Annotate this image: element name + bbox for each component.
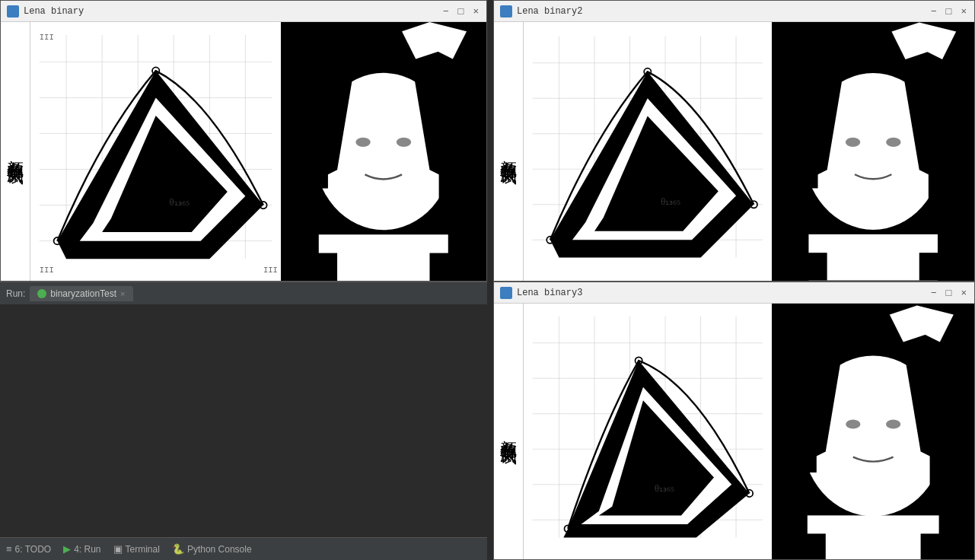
ide-tab-binaryzation[interactable]: binaryzationTest × <box>30 286 132 301</box>
lena-binary3-graph-svg: θ₁₃₆₅ <box>524 304 772 559</box>
lena-binary3-graph-panel: θ₁₃₆₅ <box>524 304 772 559</box>
terminal-label: Terminal <box>126 544 160 555</box>
lena-binary1-minimize[interactable]: − <box>441 6 451 16</box>
lena-binary1-maximize[interactable]: □ <box>457 6 466 16</box>
lena-binary1-title-area: Lena binary <box>7 5 84 18</box>
lena-binary2-chinese-label: 颜色有关测试 <box>494 22 524 281</box>
lena-binary3-portrait-panel <box>772 304 974 559</box>
ide-tab-python-icon <box>37 289 46 298</box>
todo-icon: ≡ <box>6 543 12 555</box>
lena-binary3-icon <box>500 287 512 299</box>
terminal-status[interactable]: ▣ Terminal <box>113 543 160 555</box>
ide-tab-name: binaryzationTest <box>50 288 116 299</box>
svg-rect-102 <box>807 515 938 559</box>
svg-point-30 <box>356 138 371 147</box>
lena-binary3-window: Lena binary3 − □ × 颜色有关测试 <box>493 282 975 560</box>
lena-binary2-maximize[interactable]: □ <box>945 6 954 16</box>
ide-toolbar: Run: binaryzationTest × <box>0 282 487 304</box>
svg-text:III: III <box>40 33 54 42</box>
svg-point-99 <box>886 419 900 428</box>
lena-binary1-controls: − □ × <box>441 6 480 16</box>
lena-binary2-titlebar: Lena binary2 − □ × <box>494 1 974 22</box>
lena-binary1-window: Lena binary − □ × 颜色有关测试 <box>0 0 487 282</box>
lena-binary3-portrait-svg <box>772 304 974 559</box>
lena-binary2-portrait-panel <box>772 22 974 281</box>
lena-binary1-title: Lena binary <box>24 6 84 17</box>
lena-binary2-portrait-svg <box>772 22 974 281</box>
lena-binary2-icon <box>500 5 512 18</box>
lena-binary2-minimize[interactable]: − <box>929 6 938 16</box>
ide-panel: Run: binaryzationTest × ↺ ▲ ■ ▼ ≡ ⇓ 📌 🖨 … <box>0 282 487 560</box>
todo-label: 6: TODO <box>15 544 52 555</box>
svg-rect-70 <box>919 253 974 280</box>
lena-binary2-close[interactable]: × <box>959 6 968 16</box>
lena-binary1-portrait-panel <box>281 22 486 281</box>
lena-binary3-title-area: Lena binary3 <box>500 287 582 299</box>
lena-binary3-content: 颜色有关测试 <box>494 304 974 559</box>
svg-point-64 <box>845 138 859 147</box>
lena-binary1-icon <box>7 5 19 18</box>
lena-binary3-controls: − □ × <box>929 288 968 298</box>
svg-text:θ₁₃₆₅: θ₁₃₆₅ <box>169 196 189 208</box>
run-status[interactable]: ▶ 4: Run <box>63 543 100 555</box>
lena-binary3-title: Lena binary3 <box>517 288 582 298</box>
svg-text:III: III <box>263 266 278 275</box>
lena-binary1-graph-panel: θ₁₃₆₅ III III III <box>30 22 281 281</box>
svg-rect-103 <box>773 533 826 559</box>
lena-binary2-content: 颜色有关测试 <box>494 22 974 281</box>
lena-binary3-titlebar: Lena binary3 − □ × <box>494 282 974 304</box>
svg-rect-104 <box>920 533 973 559</box>
svg-rect-36 <box>430 253 486 281</box>
ide-run-label: Run: <box>6 288 25 299</box>
svg-text:θ₁₃₆₅: θ₁₃₆₅ <box>655 483 674 494</box>
lena-binary2-graph-svg: θ₁₃₆₅ <box>524 22 772 281</box>
svg-rect-35 <box>282 253 338 281</box>
lena-binary1-close[interactable]: × <box>471 6 480 16</box>
lena-binary1-portrait-svg <box>281 22 486 281</box>
lena-binary2-title-area: Lena binary2 <box>500 5 582 18</box>
svg-rect-34 <box>319 234 448 281</box>
terminal-icon: ▣ <box>113 543 123 555</box>
svg-rect-69 <box>772 253 827 280</box>
svg-point-65 <box>886 138 900 147</box>
lena-binary2-controls: − □ × <box>929 6 968 16</box>
lena-binary2-graph-panel: θ₁₃₆₅ <box>524 22 772 281</box>
lena-binary3-minimize[interactable]: − <box>929 288 938 298</box>
lena-binary3-maximize[interactable]: □ <box>945 288 954 298</box>
lena-binary2-window: Lena binary2 − □ × 颜色有关测试 <box>493 0 975 282</box>
svg-point-98 <box>846 419 860 428</box>
run-label: 4: Run <box>74 544 100 555</box>
run-icon: ▶ <box>63 543 71 555</box>
lena-binary1-content: 颜色有关测试 <box>1 22 486 281</box>
ide-tab-close[interactable]: × <box>120 289 125 298</box>
ide-status-bar: ≡ 6: TODO ▶ 4: Run ▣ Terminal 🐍 Python C… <box>0 537 487 560</box>
lena-binary1-graph-svg: θ₁₃₆₅ III III III <box>30 22 281 281</box>
lena-binary1-titlebar: Lena binary − □ × <box>1 1 486 22</box>
lena-binary1-chinese-label: 颜色有关测试 <box>1 22 30 281</box>
python-console-label: Python Console <box>187 544 252 555</box>
python-console-icon: 🐍 <box>172 543 184 555</box>
lena-binary3-close[interactable]: × <box>959 288 968 298</box>
lena-binary2-title: Lena binary2 <box>517 6 582 17</box>
lena-binary3-chinese-label: 颜色有关测试 <box>494 304 524 559</box>
svg-text:III: III <box>40 266 54 275</box>
svg-text:θ₁₃₆₅: θ₁₃₆₅ <box>661 196 680 207</box>
python-console-status[interactable]: 🐍 Python Console <box>172 543 252 555</box>
svg-point-31 <box>397 138 411 147</box>
svg-rect-68 <box>808 234 938 281</box>
todo-status[interactable]: ≡ 6: TODO <box>6 543 51 555</box>
